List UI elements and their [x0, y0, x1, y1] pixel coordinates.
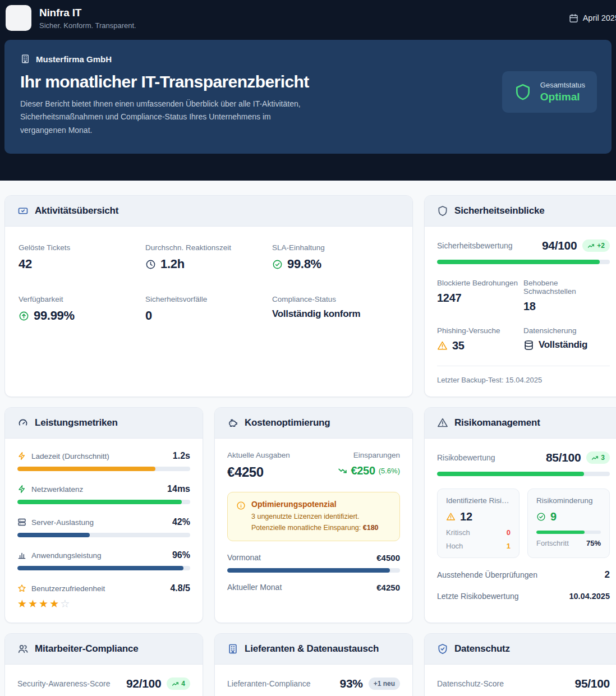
metric-compliance-status: Compliance-Status Vollständig konform [272, 295, 399, 323]
perf-label: Ladezeit (Durchschnitt) [31, 452, 109, 460]
subcard-value-text: 12 [460, 510, 472, 523]
perf-label-wrap: Ladezeit (Durchschnitt) [17, 451, 109, 460]
subcard-value: 12 [446, 510, 511, 523]
metric-label: Sicherheitsvorfälle [145, 295, 272, 303]
privacy-score-row: Datenschutz-Score 95/100 [437, 677, 610, 690]
score-value: 95/100 [575, 677, 610, 690]
score-value: 92/100 [126, 677, 161, 690]
optimization-alert-body: Optimierungspotenzial 3 ungenutzte Lizen… [251, 500, 391, 533]
company-row: Musterfirma GmbH [20, 54, 596, 64]
last-assessment-value: 10.04.2025 [569, 592, 610, 601]
metric-availability: Verfügbarkeit 99.99% [19, 295, 145, 323]
badge-text: 4 [181, 680, 185, 688]
dashboard-grid: Aktivitätsübersicht Gelöste Tickets 42 D… [0, 181, 616, 696]
perf-label-wrap: Anwendungsleistung [17, 551, 102, 560]
stat-value-text: Vollständig [539, 339, 587, 351]
arrow-up-circle-icon [19, 311, 29, 321]
overall-status-badge: Gesamtstatus Optimal [502, 71, 597, 113]
perf-value: 4.8/5 [170, 583, 190, 593]
metric-value: 1.2h [145, 257, 272, 271]
database-icon [523, 340, 534, 351]
card-title: Mitarbeiter-Compliance [35, 643, 139, 654]
building-icon [20, 54, 30, 64]
card-title: Datenschutz [454, 643, 510, 654]
piggy-bank-icon [227, 417, 238, 428]
metric-label: Verfügbarkeit [19, 295, 145, 303]
perf-row-server-load: Server-Auslastung 42% [17, 517, 190, 537]
perf-row-load-time: Ladezeit (Durchschnitt) 1.2s [17, 451, 190, 471]
metric-value-text: 1.2h [160, 257, 185, 271]
card-title: Risikomanagement [454, 417, 540, 428]
card-title: Aktivitätsübersicht [35, 205, 118, 216]
badge-text: 3 [601, 454, 605, 462]
score-trend-badge: 3 [586, 451, 610, 464]
star-empty-icon: ☆ [60, 598, 71, 610]
card-activity-overview: Aktivitätsübersicht Gelöste Tickets 42 D… [4, 195, 413, 397]
savings-percent: (5.6%) [379, 467, 400, 475]
badge-text: +2 [597, 242, 605, 250]
subcard-value-text: 9 [550, 510, 557, 523]
cost-summary: Aktuelle Ausgaben €4250 Einsparungen €25… [227, 451, 400, 480]
perf-value: 96% [172, 550, 190, 560]
warning-triangle-icon [437, 340, 448, 351]
kv-value: 1 [507, 542, 511, 550]
shield-icon [437, 205, 448, 216]
identified-risks-card: Identifizierte Risiken 12 Kritisch 0 Hoc… [437, 488, 520, 558]
star-filled-icon: ★ [49, 598, 60, 610]
perf-label-wrap: Server-Auslastung [17, 518, 94, 527]
star-filled-icon: ★ [17, 598, 28, 610]
card-privacy-header: Datenschutz [425, 634, 616, 665]
metric-value: Vollständig konform [272, 308, 399, 320]
security-score-row: Sicherheitsbewertung 94/100 +2 [437, 239, 610, 252]
last-backup-test: Letzter Backup-Test: 15.04.2025 [437, 366, 610, 384]
metric-value: 0 [145, 308, 272, 323]
alert-text: 3 ungenutzte Lizenzen identifiziert. Pot… [251, 511, 391, 533]
stat-label: Datensicherung [523, 326, 610, 335]
subcard-value: 9 [536, 510, 601, 523]
risk-high-row: Hoch 1 [446, 542, 511, 550]
score-value: 94/100 [542, 239, 577, 252]
card-security-header: Sicherheitseinblicke [425, 196, 616, 227]
card-performance-metrics: Leistungsmetriken Ladezeit (Durchschnitt… [4, 407, 203, 623]
score-label: Security-Awareness-Score [17, 679, 110, 688]
zap-icon [17, 485, 26, 494]
check-circle-icon [272, 259, 283, 270]
perf-label: Benutzerzufriedenheit [31, 584, 105, 593]
card-risk-management: Risikomanagement Risikobewertung 85/100 … [424, 407, 616, 623]
subcard-label: Identifizierte Risiken [446, 496, 511, 505]
stat-data-backup: Datensicherung Vollständig [523, 326, 610, 352]
star-rating: ★★★★☆ [17, 597, 190, 610]
kv-value: 0 [507, 528, 511, 537]
star-filled-icon: ★ [28, 598, 39, 610]
card-performance-header: Leistungsmetriken [5, 408, 203, 439]
calendar-icon [569, 13, 578, 23]
perf-bar [17, 500, 190, 504]
perf-row-satisfaction: Benutzerzufriedenheit 4.8/5 ★★★★☆ [17, 583, 190, 610]
kv-label: Fortschritt [536, 539, 569, 547]
metric-value-text: 99.8% [287, 257, 321, 271]
current-spend-value: €4250 [227, 464, 290, 480]
warning-triangle-icon [437, 417, 448, 428]
stat-value-text: 35 [452, 339, 465, 352]
trending-up-icon [172, 680, 179, 688]
card-title: Leistungsmetriken [35, 417, 118, 428]
stat-phishing-attempts: Phishing-Versuche 35 [437, 326, 523, 352]
prev-month-label: Vormonat [227, 553, 261, 562]
card-employee-header: Mitarbeiter-Compliance [5, 634, 203, 665]
metric-reaction-time: Durchschn. Reaktionszeit 1.2h [145, 243, 272, 271]
security-score-bar [437, 260, 610, 264]
page-description: Dieser Bericht bietet Ihnen einen umfass… [20, 98, 319, 137]
current-month-row: Aktueller Monat €4250 [227, 583, 400, 592]
kv-label: Hoch [446, 542, 463, 550]
prev-month-value: €4500 [376, 553, 400, 563]
score-value: 85/100 [546, 451, 581, 464]
perf-value: 14ms [167, 484, 190, 494]
topbar: Ninfra IT Sicher. Konform. Transparent. … [0, 0, 616, 36]
risk-critical-row: Kritisch 0 [446, 528, 511, 537]
card-vendors-header: Lieferanten & Datenaustausch [215, 634, 412, 665]
score-label: Lieferanten-Compliance [227, 679, 311, 688]
trending-up-icon [587, 242, 595, 250]
stat-label: Phishing-Versuche [437, 326, 523, 335]
perf-label: Anwendungsleistung [31, 551, 102, 560]
metric-sla: SLA-Einhaltung 99.8% [272, 243, 399, 271]
